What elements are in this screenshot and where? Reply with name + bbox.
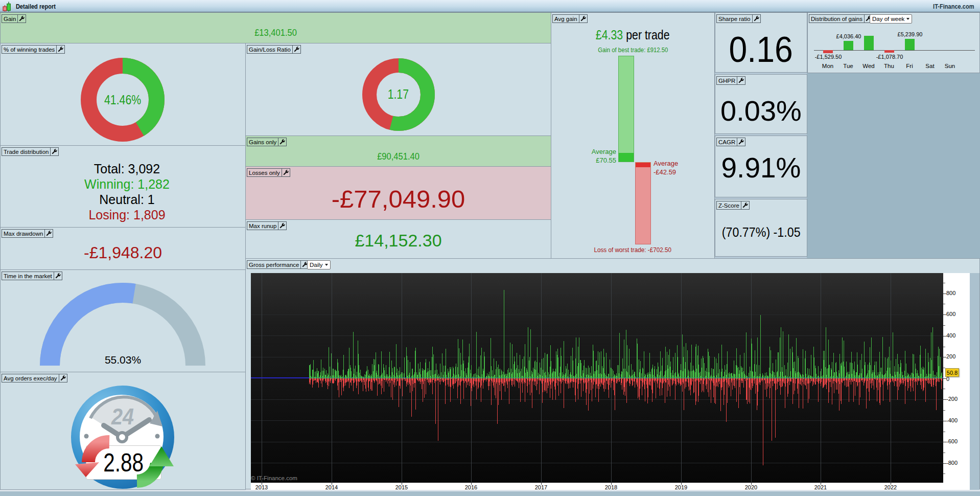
svg-text:24: 24 [111,404,134,430]
